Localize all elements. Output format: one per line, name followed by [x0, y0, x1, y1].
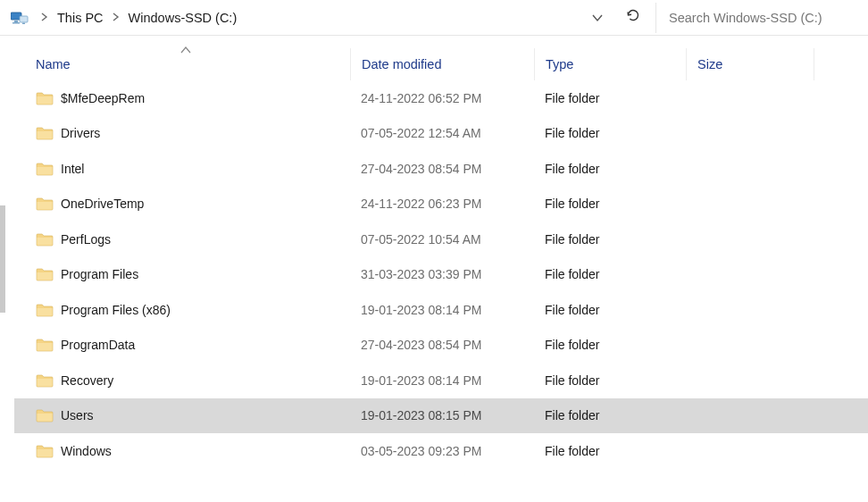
- breadcrumb: This PC Windows-SSD (C:): [36, 7, 584, 29]
- file-type: File folder: [534, 197, 686, 211]
- column-header-type[interactable]: Type: [534, 48, 686, 80]
- svg-rect-2: [13, 22, 20, 24]
- table-row[interactable]: $MfeDeepRem24-11-2022 06:52 PMFile folde…: [14, 80, 868, 116]
- file-type: File folder: [534, 126, 686, 140]
- file-date: 24-11-2022 06:52 PM: [350, 91, 534, 105]
- column-header-size[interactable]: Size: [686, 48, 814, 80]
- folder-icon: [36, 232, 54, 247]
- folder-icon: [36, 338, 54, 352]
- search-box: [655, 3, 861, 33]
- file-name: $MfeDeepRem: [61, 91, 145, 105]
- folder-icon: [36, 444, 54, 458]
- file-type: File folder: [534, 373, 686, 388]
- file-list-area: Name Date modified Type Size $MfeDeepRem…: [14, 36, 868, 502]
- file-name: Program Files: [61, 267, 138, 281]
- file-date: 19-01-2023 08:14 PM: [350, 373, 534, 388]
- file-name: Windows: [61, 444, 112, 458]
- file-name: OneDriveTemp: [61, 197, 144, 211]
- file-name: Program Files (x86): [61, 303, 171, 317]
- table-row[interactable]: OneDriveTemp24-11-2022 06:23 PMFile fold…: [14, 187, 868, 222]
- table-row[interactable]: Drivers07-05-2022 12:54 AMFile folder: [14, 116, 868, 152]
- folder-icon: [36, 373, 54, 388]
- file-type: File folder: [534, 338, 686, 352]
- left-gutter: [0, 36, 14, 502]
- file-date: 24-11-2022 06:23 PM: [350, 197, 534, 211]
- breadcrumb-drive[interactable]: Windows-SSD (C:): [127, 7, 239, 29]
- file-name: PerfLogs: [61, 232, 111, 247]
- column-size-label: Size: [697, 57, 722, 71]
- breadcrumb-this-pc[interactable]: This PC: [55, 7, 105, 29]
- column-date-label: Date modified: [362, 57, 441, 71]
- refresh-icon[interactable]: [622, 4, 645, 31]
- file-name: Recovery: [61, 373, 113, 388]
- column-header-date[interactable]: Date modified: [350, 48, 534, 80]
- file-date: 07-05-2022 10:54 AM: [350, 232, 534, 247]
- svg-rect-4: [22, 22, 25, 24]
- table-row[interactable]: Program Files (x86)19-01-2023 08:14 PMFi…: [14, 292, 868, 328]
- chevron-right-icon[interactable]: [111, 13, 121, 23]
- table-row[interactable]: Windows03-05-2023 09:23 PMFile folder: [14, 433, 868, 469]
- sort-caret-icon: [180, 45, 191, 55]
- folder-icon: [36, 303, 54, 317]
- chevron-right-icon[interactable]: [39, 13, 50, 23]
- file-type: File folder: [534, 444, 686, 458]
- file-date: 27-04-2023 08:54 PM: [350, 338, 534, 352]
- scroll-handle[interactable]: [0, 205, 5, 313]
- file-date: 27-04-2023 08:54 PM: [350, 162, 534, 176]
- chevron-down-icon[interactable]: [588, 7, 607, 29]
- file-date: 03-05-2023 09:23 PM: [350, 444, 534, 458]
- file-name: Intel: [61, 162, 84, 176]
- column-header-name[interactable]: Name: [36, 57, 350, 71]
- file-name: ProgramData: [61, 338, 135, 352]
- this-pc-icon[interactable]: [11, 10, 29, 26]
- file-date: 07-05-2022 12:54 AM: [350, 126, 534, 140]
- file-type: File folder: [534, 91, 686, 105]
- column-name-label: Name: [36, 57, 71, 71]
- folder-icon: [36, 197, 54, 211]
- file-name: Drivers: [61, 126, 100, 140]
- svg-rect-1: [14, 21, 18, 22]
- file-date: 19-01-2023 08:15 PM: [350, 408, 534, 423]
- folder-icon: [36, 126, 54, 140]
- table-row[interactable]: Program Files31-03-2023 03:39 PMFile fol…: [14, 257, 868, 293]
- file-rows: $MfeDeepRem24-11-2022 06:52 PMFile folde…: [14, 80, 868, 469]
- file-type: File folder: [534, 232, 686, 247]
- file-type: File folder: [534, 408, 686, 423]
- toolbar-right: [588, 4, 652, 31]
- table-row[interactable]: Users19-01-2023 08:15 PMFile folder: [14, 398, 868, 434]
- table-row[interactable]: Recovery19-01-2023 08:14 PMFile folder: [14, 363, 868, 398]
- search-input[interactable]: [669, 11, 861, 25]
- folder-icon: [36, 162, 54, 176]
- file-type: File folder: [534, 303, 686, 317]
- file-date: 31-03-2023 03:39 PM: [350, 267, 534, 281]
- folder-icon: [36, 267, 54, 281]
- table-row[interactable]: PerfLogs07-05-2022 10:54 AMFile folder: [14, 222, 868, 257]
- file-type: File folder: [534, 267, 686, 281]
- file-date: 19-01-2023 08:14 PM: [350, 303, 534, 317]
- columns-header: Name Date modified Type Size: [14, 48, 868, 80]
- table-row[interactable]: Intel27-04-2023 08:54 PMFile folder: [14, 151, 868, 187]
- table-row[interactable]: ProgramData27-04-2023 08:54 PMFile folde…: [14, 328, 868, 364]
- address-toolbar: This PC Windows-SSD (C:): [0, 0, 868, 36]
- folder-icon: [36, 408, 54, 423]
- file-type: File folder: [534, 162, 686, 176]
- column-type-label: Type: [546, 57, 573, 71]
- folder-icon: [36, 91, 54, 105]
- svg-rect-3: [20, 16, 28, 22]
- file-name: Users: [61, 408, 94, 423]
